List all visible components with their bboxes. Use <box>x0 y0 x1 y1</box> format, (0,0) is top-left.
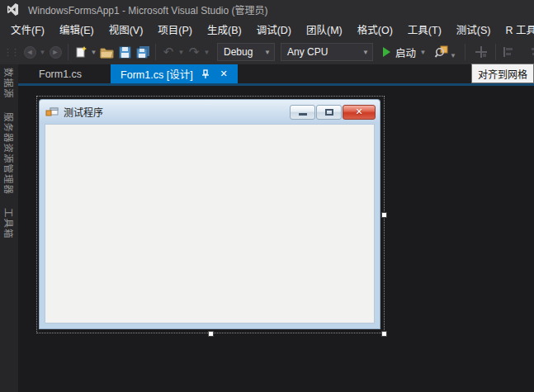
form-frame <box>39 124 380 329</box>
align-to-grid-icon[interactable] <box>472 43 490 61</box>
form-maximize-button[interactable] <box>316 105 342 120</box>
window-title: WindowsFormsApp1 - Microsoft Visual Stud… <box>28 2 268 17</box>
navigate-forward-button[interactable]: ► <box>46 43 64 61</box>
toolbar-grip[interactable]: ⋮⋮ <box>3 47 18 58</box>
designed-form[interactable]: 测试程序 ✕ <box>39 99 380 329</box>
tab-form1-designer[interactable]: Form1.cs [设计] ✕ <box>111 64 238 83</box>
navigate-back-dropdown-caret[interactable]: ▼ <box>39 49 46 56</box>
toolbar-overflow-chevron[interactable]: ▼ <box>450 52 456 59</box>
combo-caret-icon: ▼ <box>356 49 369 56</box>
menu-bar: 文件(F) 编辑(E) 视图(V) 项目(P) 生成(B) 调试(D) 团队(M… <box>0 18 534 40</box>
find-in-files-icon[interactable] <box>432 43 450 61</box>
menu-r-tools[interactable]: R 工具 <box>498 18 534 40</box>
close-tab-icon[interactable]: ✕ <box>218 68 230 80</box>
toolbar-separator <box>155 44 156 60</box>
tab-label: Form1.cs <box>39 68 82 80</box>
solution-platform-combo[interactable]: Any CPU ▼ <box>281 43 373 61</box>
toolbar-separator <box>68 44 69 60</box>
menu-project[interactable]: 项目(P) <box>150 18 200 40</box>
minimize-icon <box>299 113 307 116</box>
align-centers-icon[interactable] <box>526 43 534 61</box>
toolbar-separator <box>495 44 496 60</box>
menu-test[interactable]: 测试(S) <box>449 18 499 40</box>
tab-form1-code[interactable]: Form1.cs <box>27 64 93 83</box>
visual-studio-window: WindowsFormsApp1 - Microsoft Visual Stud… <box>0 0 534 392</box>
resize-handle-bottom-right[interactable] <box>381 331 387 337</box>
menu-debug[interactable]: 调试(D) <box>249 18 299 40</box>
navigate-back-button[interactable]: ◄ <box>21 43 39 61</box>
resize-handle-right[interactable] <box>381 212 387 218</box>
redo-icon[interactable]: ↷ <box>185 43 203 61</box>
sidebar-item-server-explorer[interactable]: 服务器资源管理器 <box>2 112 16 195</box>
tooltip-text: 对齐到网格 <box>478 67 527 81</box>
menu-format[interactable]: 格式(O) <box>350 18 400 40</box>
menu-team[interactable]: 团队(M) <box>299 18 350 40</box>
undo-icon[interactable]: ↶ <box>159 43 177 61</box>
form-title-text: 测试程序 <box>64 105 103 119</box>
combo-caret-icon: ▼ <box>258 49 271 56</box>
solution-platform-value: Any CPU <box>287 46 328 58</box>
standard-toolbar: ⋮⋮ ◄ ▼ ► ▼ <box>0 40 534 64</box>
sidebar-item-toolbox[interactable]: 工具箱 <box>2 208 16 239</box>
sidebar-item-data-sources[interactable]: 数据源 <box>2 68 16 99</box>
solution-configuration-value: Debug <box>224 46 253 58</box>
menu-file[interactable]: 文件(F) <box>3 18 52 40</box>
form-client-area[interactable] <box>45 124 375 324</box>
tab-label: Form1.cs [设计] <box>121 66 193 82</box>
play-icon <box>383 47 390 57</box>
menu-build[interactable]: 生成(B) <box>200 18 249 40</box>
form-close-button[interactable]: ✕ <box>343 105 376 120</box>
new-item-dropdown-caret[interactable]: ▼ <box>90 49 97 56</box>
menu-tools[interactable]: 工具(T) <box>400 18 449 40</box>
redo-dropdown-caret[interactable]: ▼ <box>203 49 210 56</box>
save-all-icon[interactable] <box>134 43 152 61</box>
new-item-icon[interactable] <box>72 43 90 61</box>
winforms-default-form-icon <box>45 106 59 119</box>
undo-dropdown-caret[interactable]: ▼ <box>177 49 185 56</box>
visual-studio-logo-icon <box>6 3 20 16</box>
close-icon: ✕ <box>355 106 362 117</box>
save-icon[interactable] <box>116 43 134 61</box>
form-minimize-button[interactable] <box>290 105 315 120</box>
document-tab-strip: Form1.cs Form1.cs [设计] ✕ <box>18 64 534 83</box>
form-window-buttons: ✕ <box>290 105 376 120</box>
start-button-label: 启动 <box>395 45 416 60</box>
align-lefts-icon[interactable] <box>499 43 517 61</box>
toolbar-separator <box>465 44 465 60</box>
pin-icon[interactable] <box>201 69 210 79</box>
solution-configuration-combo[interactable]: Debug ▼ <box>217 43 275 61</box>
form-titlebar[interactable]: 测试程序 ✕ <box>39 99 380 124</box>
window-titlebar: WindowsFormsApp1 - Microsoft Visual Stud… <box>0 0 534 18</box>
resize-handle-bottom[interactable] <box>208 331 214 337</box>
align-to-grid-tooltip: 对齐到网格 <box>471 64 534 83</box>
menu-edit[interactable]: 编辑(E) <box>52 18 102 40</box>
start-debugging-button[interactable]: 启动 <box>380 43 419 61</box>
maximize-icon <box>325 109 333 116</box>
start-dropdown-caret[interactable]: ▼ <box>419 49 427 56</box>
left-tool-tab-strip: 数据源 服务器资源管理器 工具箱 <box>0 64 18 392</box>
open-file-icon[interactable] <box>97 43 116 61</box>
menu-view[interactable]: 视图(V) <box>102 18 151 40</box>
